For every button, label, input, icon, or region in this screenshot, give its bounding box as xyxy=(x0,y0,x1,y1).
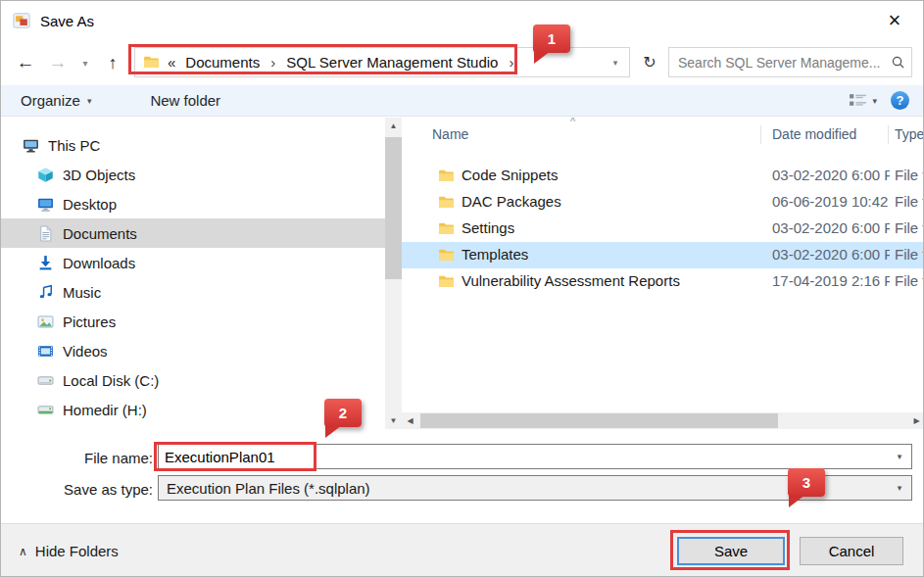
breadcrumb-overflow-icon[interactable]: « xyxy=(168,54,175,71)
list-view-icon xyxy=(849,93,867,108)
sidebar-item-desktop[interactable]: Desktop xyxy=(1,189,385,218)
sidebar-item-documents[interactable]: Documents xyxy=(1,218,385,248)
scroll-left-icon[interactable]: ◀ xyxy=(402,412,418,429)
recent-locations-icon[interactable]: ▾ xyxy=(75,40,95,85)
folder-icon xyxy=(438,168,455,184)
file-name-input[interactable] xyxy=(159,449,888,465)
toolbar-right-group: ▾ ? xyxy=(849,91,923,110)
chevron-down-icon[interactable]: ▾ xyxy=(888,452,911,461)
hide-folders-button[interactable]: ∧ Hide Folders xyxy=(19,537,119,565)
breadcrumb-separator-icon[interactable]: › xyxy=(262,54,284,71)
save-button[interactable]: Save xyxy=(677,537,785,565)
file-date-modified: 06-06-2019 10:42 ... xyxy=(772,193,890,210)
sidebar-item-pictures[interactable]: Pictures xyxy=(1,307,385,336)
folder-icon xyxy=(438,194,455,211)
breadcrumb-item[interactable]: Documents xyxy=(183,54,262,71)
sidebar-item-label: 3D Objects xyxy=(63,167,135,183)
file-list-horizontal-scrollbar[interactable]: ◀ ▶ xyxy=(402,412,924,429)
breadcrumb-item[interactable]: SQL Server Management Studio xyxy=(284,54,500,71)
app-icon xyxy=(13,12,30,29)
file-list: Name ^ Date modified Type Code Snippets0… xyxy=(402,118,924,429)
annotation-badge-2: 2 xyxy=(324,399,362,427)
file-row[interactable]: Settings03-02-2020 6:00 PMFile folder xyxy=(402,216,924,242)
chevron-down-icon: ▾ xyxy=(872,96,877,106)
picture-icon xyxy=(37,313,54,330)
folder-icon xyxy=(438,220,455,237)
title-bar: Save As × xyxy=(1,1,923,40)
drive-green-icon xyxy=(37,402,54,418)
file-type: File folder xyxy=(895,219,924,236)
search-icon[interactable] xyxy=(891,55,905,70)
sidebar-item-3d-objects[interactable]: 3D Objects xyxy=(1,160,385,189)
new-folder-button[interactable]: New folder xyxy=(140,92,230,109)
command-toolbar: Organize ▾ New folder ▾ ? xyxy=(1,85,923,117)
scrollbar-thumb[interactable] xyxy=(420,413,778,428)
computer-icon xyxy=(23,137,39,154)
chevron-down-icon: ▾ xyxy=(888,483,911,493)
file-date-modified: 17-04-2019 2:16 PM xyxy=(772,272,890,289)
desktop-icon xyxy=(37,196,54,213)
close-icon[interactable]: × xyxy=(878,10,911,31)
file-date-modified: 03-02-2020 6:00 PM xyxy=(772,246,890,263)
scrollbar-thumb[interactable] xyxy=(385,137,402,279)
save-as-type-value: Execution Plan Files (*.sqlplan) xyxy=(159,480,888,497)
music-icon xyxy=(37,284,54,301)
file-row[interactable]: Code Snippets03-02-2020 6:00 PMFile fold… xyxy=(402,163,924,189)
save-as-dialog: Save As × ← → ▾ ↑ « Documents›SQL Server… xyxy=(0,0,924,577)
column-divider[interactable] xyxy=(888,125,889,144)
sidebar-item-this-pc[interactable]: This PC xyxy=(1,130,385,160)
sidebar-item-label: Local Disk (C:) xyxy=(63,372,159,389)
hide-folders-label: Hide Folders xyxy=(35,543,119,559)
scroll-down-icon[interactable]: ▼ xyxy=(385,412,402,429)
sidebar-item-label: Pictures xyxy=(63,313,116,330)
refresh-icon[interactable]: ↻ xyxy=(636,47,663,77)
file-row[interactable]: Vulnerability Assessment Reports17-04-20… xyxy=(402,268,924,295)
chevron-up-icon: ∧ xyxy=(19,545,27,558)
file-list-header: Name ^ Date modified Type xyxy=(402,118,924,151)
file-row[interactable]: DAC Packages06-06-2019 10:42 ...File fol… xyxy=(402,189,924,216)
badge-number: 3 xyxy=(802,474,810,491)
sidebar-scrollbar[interactable]: ▲ ▼ xyxy=(385,118,402,429)
sidebar-item-videos[interactable]: Videos xyxy=(1,336,385,365)
navigation-bar: ← → ▾ ↑ « Documents›SQL Server Managemen… xyxy=(1,40,923,85)
search-input[interactable] xyxy=(678,55,891,71)
breadcrumb-separator-icon[interactable]: › xyxy=(500,54,522,71)
save-as-type-label: Save as type: xyxy=(40,481,153,498)
scroll-up-icon[interactable]: ▲ xyxy=(385,118,402,134)
folder-icon xyxy=(438,273,455,290)
sidebar-list: This PC3D ObjectsDesktopDocumentsDownloa… xyxy=(1,118,385,429)
cancel-button[interactable]: Cancel xyxy=(800,537,903,565)
column-header-date-modified[interactable]: Date modified xyxy=(772,126,856,142)
sidebar-item-label: Homedir (H:) xyxy=(63,402,147,418)
badge-number: 2 xyxy=(339,405,347,421)
view-toggle-button[interactable]: ▾ xyxy=(849,93,877,108)
file-row[interactable]: Templates03-02-2020 6:00 PMFile folder xyxy=(402,242,924,268)
annotation-badge-3: 3 xyxy=(788,468,825,497)
help-button[interactable]: ? xyxy=(891,91,909,110)
chevron-down-icon: ▾ xyxy=(87,96,92,106)
fields-area: File name: ▾ Save as type: Execution Pla… xyxy=(1,429,923,523)
back-icon[interactable]: ← xyxy=(11,40,40,85)
sidebar-item-label: Documents xyxy=(63,225,137,242)
column-divider[interactable] xyxy=(760,125,761,144)
file-name-combobox: ▾ xyxy=(158,444,912,469)
organize-button[interactable]: Organize ▾ xyxy=(11,92,101,109)
column-header-type[interactable]: Type xyxy=(895,126,924,142)
column-header-name[interactable]: Name xyxy=(432,126,468,142)
folder-icon xyxy=(143,54,160,71)
folder-icon xyxy=(438,247,455,264)
file-name: Code Snippets xyxy=(462,167,558,183)
sidebar-item-label: Desktop xyxy=(63,196,117,213)
sidebar-item-local-disk-c[interactable]: Local Disk (C:) xyxy=(1,365,385,395)
file-date-modified: 03-02-2020 6:00 PM xyxy=(772,167,890,183)
file-name: Templates xyxy=(462,246,528,263)
file-name: Vulnerability Assessment Reports xyxy=(462,272,680,289)
forward-icon[interactable]: → xyxy=(44,40,72,85)
file-type: File folder xyxy=(895,246,924,263)
sidebar-item-music[interactable]: Music xyxy=(1,277,385,307)
up-icon[interactable]: ↑ xyxy=(99,40,126,85)
address-dropdown-icon[interactable]: ▾ xyxy=(606,58,625,68)
scroll-right-icon[interactable]: ▶ xyxy=(908,412,924,429)
sidebar-item-downloads[interactable]: Downloads xyxy=(1,248,385,277)
sidebar-item-label: This PC xyxy=(48,137,100,154)
